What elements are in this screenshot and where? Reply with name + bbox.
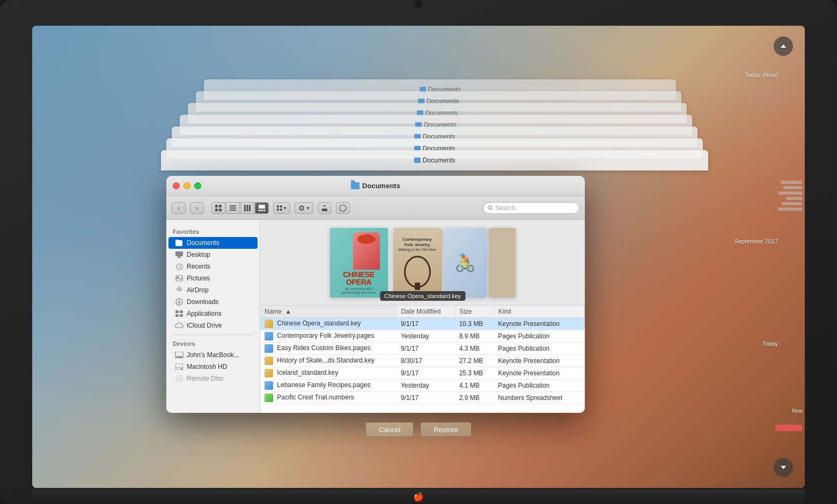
time-machine-bars [778, 181, 802, 211]
sidebar-item-recents[interactable]: Recents [168, 261, 258, 272]
sidebar-item-documents[interactable]: Documents [168, 237, 258, 249]
svg-rect-13 [263, 210, 265, 211]
sidebar-label-downloads: Downloads [187, 298, 218, 306]
minimize-button[interactable] [183, 182, 190, 189]
sidebar-label-airdrop: AirDrop [187, 286, 209, 294]
sidebar-item-airdrop[interactable]: AirDrop [168, 284, 258, 296]
time-machine-today-label: Today [762, 340, 778, 347]
svg-rect-5 [230, 207, 236, 209]
arrange-button[interactable]: ▾ [273, 202, 290, 214]
column-view-button[interactable] [240, 202, 254, 214]
file-table: Name ▲ Date Modified Size Kind [260, 306, 585, 404]
file-kind-cell: Numbers Spreadsheet [494, 392, 584, 404]
col-kind[interactable]: Kind [494, 306, 584, 318]
gallery-view-button[interactable] [255, 202, 269, 214]
remote-disc-icon [175, 374, 183, 383]
svg-rect-36 [175, 352, 183, 357]
svg-rect-16 [277, 209, 279, 211]
pages-icon [265, 332, 273, 340]
file-kind-cell: Keynote Presentation [494, 318, 584, 330]
svg-rect-9 [249, 205, 251, 211]
svg-rect-3 [219, 209, 222, 211]
table-row[interactable]: Chinese Opera_standard.key 9/1/17 10.3 M… [260, 318, 585, 330]
preview-thumb-bikes[interactable]: 🚴 [444, 228, 487, 298]
restore-button[interactable]: Restore [420, 422, 472, 437]
svg-rect-32 [175, 310, 179, 313]
table-row[interactable]: Pacific Crest Trail.numbers 9/1/17 2.9 M… [260, 392, 585, 404]
col-size[interactable]: Size [455, 306, 494, 318]
file-modified-cell: 9/1/17 [397, 392, 455, 404]
file-name-cell: Chinese Opera_standard.key [260, 318, 397, 330]
file-name-cell: History of Skate...ds Standard.key [260, 355, 397, 367]
close-button[interactable] [173, 182, 180, 189]
finder-content: Favorites Documents Desktop [166, 220, 585, 413]
time-machine-down-button[interactable] [774, 458, 793, 477]
action-button[interactable]: ⚙ ▾ [295, 202, 313, 214]
pictures-icon [175, 274, 183, 283]
sort-arrow-name: ▲ [285, 308, 291, 315]
sidebar-item-pictures[interactable]: Pictures [168, 272, 258, 284]
table-row[interactable]: Lebanese Family Recipes.pages Yesterday … [260, 380, 585, 392]
sidebar-divider [173, 335, 253, 335]
tm-bar [782, 202, 802, 205]
tag-button[interactable] [336, 202, 350, 214]
sidebar-item-hd[interactable]: Macintosh HD [168, 361, 258, 373]
svg-point-29 [178, 289, 180, 291]
search-placeholder: Search [495, 204, 516, 212]
svg-rect-0 [215, 205, 218, 207]
file-modified-cell: 9/1/17 [397, 318, 455, 330]
preview-thumb-partial[interactable] [489, 228, 516, 298]
svg-rect-2 [215, 209, 218, 211]
folder-icon [351, 182, 359, 189]
back-button[interactable]: ‹ [172, 202, 186, 214]
table-row[interactable]: Easy Rides Custom Bikes.pages 9/1/17 4.3… [260, 343, 585, 355]
window-title: Documents [362, 182, 400, 190]
finder-window: Documents ‹ › [166, 176, 585, 413]
svg-line-20 [491, 209, 493, 210]
file-table-body: Chinese Opera_standard.key 9/1/17 10.3 M… [260, 318, 585, 404]
sidebar-item-desktop[interactable]: Desktop [168, 249, 258, 261]
list-view-button[interactable] [226, 202, 240, 214]
preview-thumb-opera[interactable]: CHINESE OPERA an overview andperforming … [330, 228, 388, 298]
sidebar-item-applications[interactable]: Applications [168, 308, 258, 320]
keynote-icon [265, 320, 273, 328]
col-name[interactable]: Name ▲ [260, 306, 397, 318]
tm-bar [781, 181, 802, 184]
time-machine-sidebar: Today (Now) September 2017 Today Now [762, 26, 805, 488]
time-machine-up-button[interactable] [774, 36, 793, 56]
sidebar-label-applications: Applications [187, 310, 222, 317]
pages-icon [265, 344, 273, 353]
sidebar-label-desktop: Desktop [187, 251, 210, 258]
cancel-button[interactable]: Cancel [365, 422, 414, 437]
share-button[interactable] [318, 202, 332, 214]
file-kind-cell: Pages Publication [494, 343, 584, 355]
sidebar-label-icloud: iCloud Drive [187, 322, 222, 329]
fullscreen-button[interactable] [194, 182, 201, 189]
file-kind-cell: Pages Publication [494, 330, 584, 343]
sidebar-item-remote[interactable]: Remote Disc [168, 373, 258, 384]
sidebar-item-macbook[interactable]: John's MacBook... [168, 349, 258, 361]
sidebar-item-downloads[interactable]: Downloads [168, 296, 258, 308]
icloud-icon [175, 321, 183, 330]
file-modified-cell: 8/30/17 [397, 355, 455, 367]
forward-button[interactable]: › [190, 202, 204, 214]
svg-rect-17 [280, 209, 282, 211]
table-row[interactable]: Iceland_standard.key 9/1/17 25.3 MB Keyn… [260, 367, 585, 380]
pages-icon [265, 381, 273, 390]
icon-view-button[interactable] [211, 202, 225, 214]
search-box[interactable]: Search [483, 202, 579, 214]
file-list-container: Name ▲ Date Modified Size Kind [260, 306, 585, 404]
svg-rect-12 [261, 210, 263, 211]
col-modified[interactable]: Date Modified [397, 306, 455, 318]
svg-rect-33 [180, 310, 183, 313]
svg-point-43 [178, 377, 180, 380]
table-row[interactable]: History of Skate...ds Standard.key 8/30/… [260, 355, 585, 367]
table-row[interactable]: Contemporary Folk Jewelry.pages Yesterda… [260, 330, 585, 343]
desktop-icon [175, 250, 183, 259]
keynote-icon [265, 357, 273, 365]
svg-rect-6 [230, 210, 236, 211]
sidebar-item-icloud[interactable]: iCloud Drive [168, 320, 258, 331]
preview-thumb-jewelry[interactable]: ContemporaryFolk JewelryMaking in the Ol… [393, 228, 442, 298]
tm-bar [786, 197, 802, 200]
file-size-cell: 27.2 MB [455, 355, 494, 367]
